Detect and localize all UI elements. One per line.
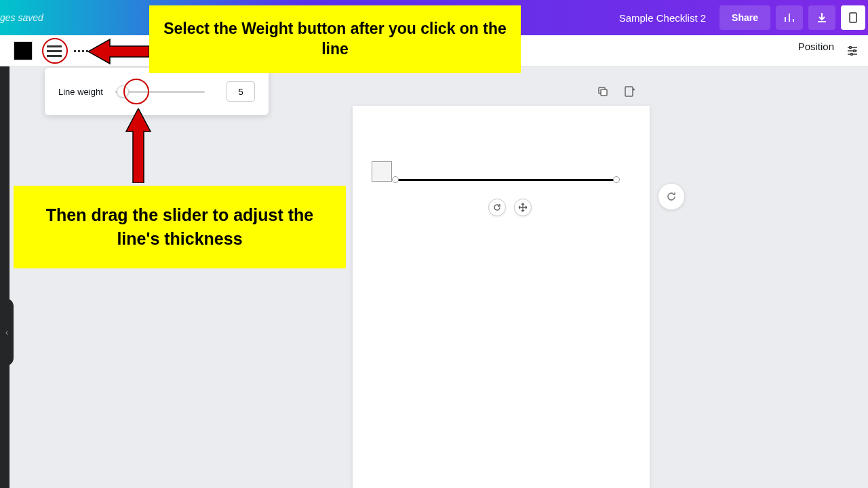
adjustments-button[interactable] xyxy=(840,38,865,64)
add-page-icon xyxy=(624,85,636,98)
share-button[interactable]: Share xyxy=(719,5,770,30)
svg-rect-7 xyxy=(601,89,607,96)
sliders-icon xyxy=(846,44,859,58)
line-handle-end[interactable] xyxy=(613,176,620,183)
svg-marker-5 xyxy=(126,108,151,183)
download-button[interactable] xyxy=(808,5,835,30)
save-status: ges saved xyxy=(0,12,43,23)
reset-button[interactable] xyxy=(658,183,685,210)
svg-point-1 xyxy=(850,47,852,49)
download-icon xyxy=(816,12,828,24)
duplicate-page-button[interactable] xyxy=(595,84,610,99)
annotation-arrow-left xyxy=(88,35,149,68)
weight-value-input[interactable] xyxy=(226,81,255,102)
rotate-handle[interactable] xyxy=(488,199,506,216)
svg-point-3 xyxy=(851,54,853,56)
line-element[interactable] xyxy=(395,178,617,181)
document-title[interactable]: Sample Checklist 2 xyxy=(619,12,706,24)
svg-rect-0 xyxy=(850,13,856,22)
svg-point-2 xyxy=(854,50,856,52)
side-panel-edge xyxy=(0,0,9,488)
side-panel-collapse[interactable] xyxy=(0,298,14,366)
tutorial-callout-2: Then drag the slider to adjust the line'… xyxy=(14,186,346,268)
svg-marker-4 xyxy=(88,39,149,64)
line-handle-start[interactable] xyxy=(392,176,399,183)
rotate-icon xyxy=(492,203,502,212)
copy-icon xyxy=(597,85,609,98)
line-color-picker[interactable] xyxy=(14,41,33,60)
refresh-icon xyxy=(665,190,678,203)
line-weight-button[interactable] xyxy=(42,39,66,63)
move-handle[interactable] xyxy=(514,199,532,216)
checkbox-element[interactable] xyxy=(372,161,392,182)
line-shape xyxy=(395,179,617,181)
tutorial-callout-1: Select the Weight button after you click… xyxy=(149,5,521,73)
add-page-button[interactable] xyxy=(623,84,637,99)
line-weight-panel: Line weight xyxy=(45,68,269,115)
move-icon xyxy=(518,203,528,212)
chart-icon xyxy=(783,12,795,24)
position-button[interactable]: Position xyxy=(798,41,834,52)
weight-label: Line weight xyxy=(58,87,103,97)
document-icon xyxy=(847,12,859,24)
canvas-page[interactable] xyxy=(353,106,650,488)
annotation-arrow-up xyxy=(122,108,155,183)
svg-rect-8 xyxy=(625,87,633,96)
weight-slider[interactable] xyxy=(115,91,205,93)
weight-slider-thumb[interactable] xyxy=(117,85,129,98)
insights-button[interactable] xyxy=(776,5,803,30)
present-button[interactable] xyxy=(841,5,865,30)
